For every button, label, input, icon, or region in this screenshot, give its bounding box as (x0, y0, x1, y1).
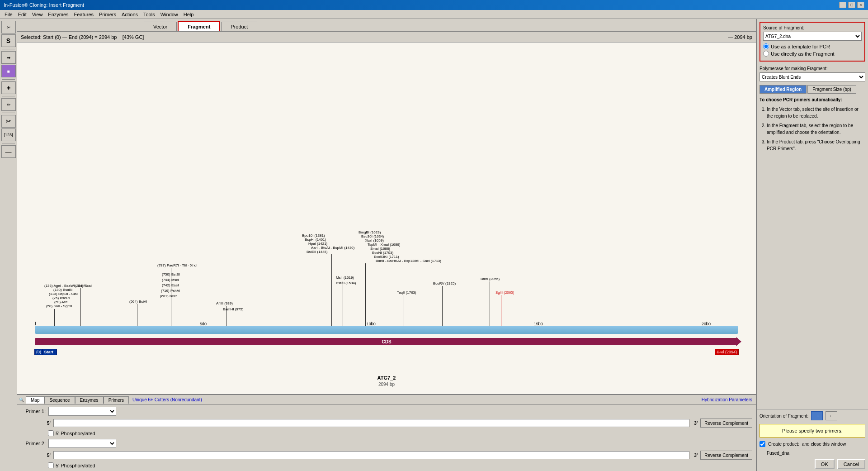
sequence-info-bar: Selected: Start (0) — End (2094) = 2094 … (17, 32, 756, 43)
tool-selection[interactable]: ✂ (1, 21, 16, 33)
tool-purple[interactable]: ■ (1, 65, 16, 77)
orientation-label: Orientation of Fragment: (760, 414, 808, 419)
radio-direct-label: Use directly as the Fragment (771, 51, 835, 57)
bottom-tabs-row: 🔍 Map Sequence Enzymes Primers Unique 6+… (17, 395, 756, 405)
pcr-instructions: To choose PCR primers automatically: In … (757, 94, 868, 409)
menu-window[interactable]: Window (158, 11, 181, 18)
title-bar: In-Fusion® Cloning: Insert Fragment _ □ … (0, 0, 868, 10)
start-marker[interactable]: (0) Start (34, 349, 57, 355)
create-product-cb[interactable] (760, 441, 765, 447)
primer1-phospho-cb[interactable] (48, 430, 54, 436)
radio-direct[interactable] (763, 51, 769, 57)
poly-label: Polymerase for making Fragment: (760, 66, 865, 71)
enzyme-bpu10i: Bpu10I (1381) BspHI (1401) HpaI (1421) A… (302, 233, 354, 254)
primer1-reverse-btn[interactable]: Reverse Complement (700, 419, 752, 428)
tool-arrow[interactable]: ➡ (1, 51, 16, 64)
source-select[interactable]: ATG7_2.dna (763, 32, 862, 41)
poly-select[interactable]: Creates Blunt Ends (760, 72, 865, 81)
radio-direct-row: Use directly as the Fragment (763, 51, 862, 57)
menu-bar: File Edit View Enzymes Features Primers … (0, 10, 868, 19)
ok-button[interactable]: OK (815, 459, 835, 469)
tab-fragment[interactable]: Fragment (178, 21, 220, 31)
tool-pencil[interactable]: ✏ (1, 98, 16, 111)
menu-file[interactable]: File (2, 11, 15, 18)
cancel-button[interactable]: Cancel (837, 459, 865, 469)
radio-pcr[interactable] (763, 43, 769, 49)
menu-enzymes[interactable]: Enzymes (45, 11, 71, 18)
primer1-label: Primer 1: (21, 409, 46, 414)
end-marker[interactable]: End (2094) (715, 349, 739, 355)
hyb-params[interactable]: Hybridization Parameters (702, 397, 756, 402)
map-area[interactable]: 500 1000 1500 2000 CDS (0) (17, 43, 756, 394)
bottom-tab-map[interactable]: Map (26, 396, 44, 404)
primer2-label: Primer 2: (21, 441, 46, 446)
close-window-label: and close this window (802, 442, 846, 447)
tab-product[interactable]: Product (221, 22, 257, 31)
radio-pcr-row: Use as a template for PCR (763, 43, 862, 49)
maximize-btn[interactable]: □ (848, 2, 855, 8)
menu-view[interactable]: View (29, 11, 46, 18)
bottom-panel: 🔍 Map Sequence Enzymes Primers Unique 6+… (17, 394, 756, 471)
primer2-5prime: 5' (47, 453, 51, 458)
orient-forward-btn[interactable]: → (811, 411, 823, 420)
primer2-field-row: 5' 3' Reverse Complement (21, 451, 752, 460)
enzyme-paer7i: (787) PaeR7I - TliI - XhoI (157, 263, 198, 267)
enzyme-taqii: TaqII (1763) (397, 290, 416, 295)
create-product-label: Create product: (768, 442, 799, 447)
cds-arrow (736, 337, 741, 346)
enzyme-bcivi: (564) BciVI (129, 300, 147, 304)
tab-vector[interactable]: Vector (144, 22, 177, 31)
amp-tab-size[interactable]: Fragment Size (bp) (807, 85, 856, 94)
primer1-field-row: 5' 3' Reverse Complement (21, 419, 752, 428)
menu-help[interactable]: Help (181, 11, 197, 18)
pcr-title: To choose PCR primers automatically: (760, 96, 865, 103)
tool-zoom-in[interactable]: S (1, 34, 16, 47)
sequence-track[interactable] (35, 326, 738, 334)
window-controls[interactable]: _ □ × (839, 2, 864, 8)
bottom-tab-sequence[interactable]: Sequence (44, 396, 75, 404)
primer1-row: Primer 1: (21, 407, 752, 416)
tool-dash[interactable]: — (1, 145, 16, 158)
yellow-msg-text: Please specify two primers. (782, 428, 843, 433)
primer2-reverse-btn[interactable]: Reverse Complement (700, 451, 752, 460)
window-title: In-Fusion® Cloning: Insert Fragment (4, 2, 84, 8)
menu-features[interactable]: Features (71, 11, 96, 18)
cds-track: CDS (35, 338, 738, 345)
minimize-btn[interactable]: _ (839, 2, 846, 8)
primer1-phospho-label: 5' Phosphorylated (56, 431, 95, 436)
menu-actions[interactable]: Actions (119, 11, 141, 18)
orientation-row: Orientation of Fragment: → ← (757, 409, 868, 422)
orient-reverse-btn[interactable]: ← (826, 411, 837, 420)
amp-tab-region[interactable]: Amplified Region (760, 85, 807, 94)
tool-scissors[interactable]: ✂ (1, 115, 16, 128)
tool-plus[interactable]: ✚ (1, 81, 16, 94)
main-container: ✂ S ➡ ■ ✚ ✏ ✂ {123} — Vector Fragment Pr… (0, 19, 868, 471)
enzyme-scai: (234) ScaI (75, 284, 92, 288)
bottom-buttons: OK Cancel (757, 457, 868, 471)
menu-tools[interactable]: Tools (141, 11, 158, 18)
left-toolbar: ✂ S ➡ ■ ✚ ✏ ✂ {123} — (0, 19, 17, 471)
bottom-tab-enzymes[interactable]: Enzymes (75, 396, 104, 404)
fused-label: Fused_dna (760, 451, 789, 456)
menu-edit[interactable]: Edit (15, 11, 29, 18)
primer1-5prime: 5' (47, 421, 51, 426)
center-panel: Vector Fragment Product Selected: Start … (17, 19, 756, 471)
enzyme-afliii: AflIII (939) (216, 301, 233, 305)
enzyme-msli: MslI (1519) (336, 276, 354, 280)
zoom-icon[interactable]: 🔍 (17, 397, 26, 403)
close-btn[interactable]: × (857, 2, 864, 8)
primer1-field[interactable] (53, 419, 689, 427)
primer2-row: Primer 2: (21, 439, 752, 448)
enzyme-filter[interactable]: Unique 6+ Cutters (Nonredundant) (129, 396, 206, 403)
seq-name: ATG7_2 (17, 375, 756, 381)
selected-info: Selected: Start (0) — End (2094) = 2094 … (21, 34, 144, 40)
primer2-phospho-cb[interactable] (48, 462, 54, 468)
primer2-select[interactable] (48, 439, 116, 448)
primer2-field[interactable] (53, 451, 689, 459)
enzyme-bmgbi: BmgBI (1623) Bsu36I (1634) XbaI (1659) T… (359, 230, 441, 263)
seq-bp: 2094 bp (17, 382, 756, 387)
bottom-tab-primers[interactable]: Primers (104, 396, 129, 404)
menu-primers[interactable]: Primers (96, 11, 119, 18)
tool-num[interactable]: {123} (1, 128, 16, 141)
primer1-select[interactable] (48, 407, 116, 416)
